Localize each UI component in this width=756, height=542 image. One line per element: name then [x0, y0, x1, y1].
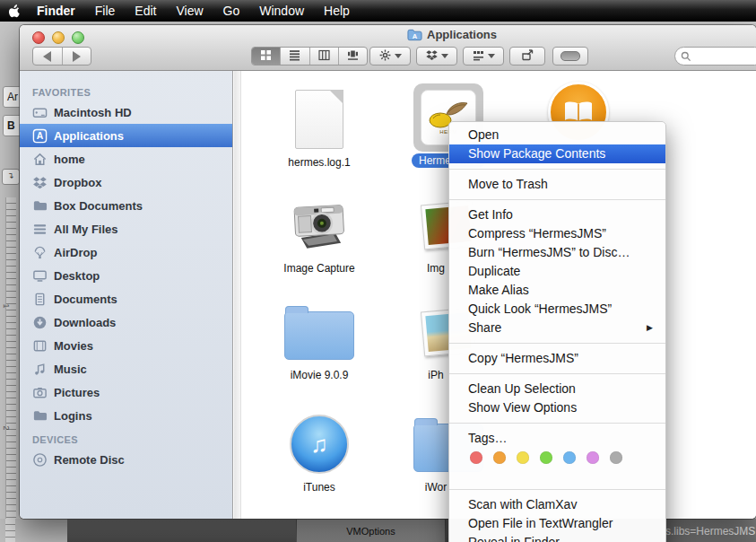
- sidebar-item-dropbox[interactable]: Dropbox: [20, 170, 232, 194]
- sidebar-item-desktop[interactable]: Desktop: [20, 264, 232, 287]
- applications-icon: A: [32, 128, 48, 144]
- menu-item-make-alias[interactable]: Make Alias: [449, 281, 665, 300]
- file-icon-area: [295, 85, 343, 153]
- dropbox-menu[interactable]: [416, 47, 457, 66]
- file-item-imovie-9-0-9[interactable]: iMovie 9.0.9: [261, 298, 378, 381]
- action-gear-menu[interactable]: [369, 47, 411, 66]
- file-label: iPh: [428, 369, 443, 381]
- menu-item-compress-hermesjms[interactable]: Compress “HermesJMS”: [449, 224, 665, 243]
- gear-icon: [379, 48, 391, 65]
- menu-item-scan-with-clamxav[interactable]: Scan with ClamXav: [449, 495, 665, 514]
- file-label-text: Img: [427, 262, 445, 275]
- list-view-button[interactable]: [281, 48, 309, 65]
- menu-item-quick-look-hermesjms[interactable]: Quick Look “HermesJMS”: [449, 300, 665, 319]
- tag-color-dot[interactable]: [610, 451, 622, 464]
- menu-item-move-to-trash[interactable]: Move to Trash: [449, 175, 665, 194]
- vmoptions-tab[interactable]: VMOptions: [296, 520, 446, 542]
- menubar-item-go[interactable]: Go: [213, 0, 250, 22]
- tag-color-dot[interactable]: [563, 451, 576, 464]
- sidebar-item-label: Pictures: [54, 386, 100, 399]
- search-field[interactable]: [674, 47, 756, 66]
- share-button[interactable]: [509, 47, 545, 66]
- menu-item-open-file-in-textwrangler[interactable]: Open File in TextWrangler: [449, 514, 665, 533]
- menu-item-show-package-contents[interactable]: Show Package Contents: [449, 144, 665, 163]
- coverflow-view-button[interactable]: [339, 48, 367, 65]
- menubar-item-help[interactable]: Help: [314, 0, 360, 22]
- menu-item-show-view-options[interactable]: Show View Options: [449, 398, 665, 417]
- share-icon: [521, 48, 534, 65]
- menu-item-share[interactable]: Share▶: [449, 319, 665, 337]
- tag-color-dot[interactable]: [540, 451, 552, 464]
- menu-item-label: Get Info: [468, 205, 513, 224]
- sidebar-item-remote-disc[interactable]: Remote Disc: [20, 448, 232, 471]
- sidebar-item-pictures[interactable]: Pictures: [20, 380, 232, 404]
- menu-item-copy-hermesjms[interactable]: Copy “HermesJMS”: [449, 349, 665, 368]
- file-item-image-capture[interactable]: Image Capture: [261, 191, 378, 275]
- menu-separator: [449, 343, 665, 344]
- sidebar-item-label: All My Files: [54, 223, 118, 236]
- tag-color-dot[interactable]: [493, 451, 506, 464]
- file-label: iTunes: [303, 481, 335, 494]
- menu-item-tags[interactable]: Tags…: [449, 429, 665, 448]
- menu-item-get-info[interactable]: Get Info: [449, 205, 665, 224]
- sidebar-item-logins[interactable]: Logins: [20, 404, 232, 427]
- menu-item-burn-hermesjms-to-disc[interactable]: Burn “HermesJMS” to Disc…: [449, 243, 665, 262]
- coverflow-view-icon: [347, 48, 359, 65]
- bg-vertical-ruler: [5, 197, 16, 542]
- titlebar[interactable]: A Applications: [20, 25, 756, 71]
- forward-button[interactable]: [63, 48, 91, 65]
- sidebar-item-applications[interactable]: AApplications: [20, 124, 232, 147]
- view-mode-buttons: [251, 47, 368, 66]
- column-view-button[interactable]: [310, 48, 339, 65]
- tag-color-dot[interactable]: [470, 451, 482, 464]
- sidebar-item-movies[interactable]: Movies: [20, 334, 232, 357]
- file-item-itunes[interactable]: ♫iTunes: [261, 410, 378, 494]
- screen: { "menubar": { "apple_icon": "apple-logo…: [0, 0, 756, 542]
- sidebar-item-documents[interactable]: Documents: [20, 287, 232, 310]
- dropbox-icon: [32, 175, 48, 190]
- icon-view-button[interactable]: [252, 48, 281, 65]
- menu-item-reveal-in-finder[interactable]: Reveal in Finder: [449, 533, 665, 542]
- menu-item-label: Tags…: [468, 429, 508, 448]
- edit-tags-button[interactable]: [552, 47, 588, 66]
- menubar-item-window[interactable]: Window: [249, 0, 314, 22]
- menu-separator: [449, 489, 665, 490]
- sidebar-item-home[interactable]: home: [20, 147, 232, 170]
- hard-drive-icon: [32, 105, 48, 120]
- menubar-item-finder[interactable]: Finder: [27, 0, 85, 22]
- sidebar-item-label: Documents: [54, 293, 117, 306]
- zoom-button[interactable]: [72, 31, 84, 44]
- sidebar-item-all-my-files[interactable]: All My Files: [20, 217, 232, 240]
- applications-folder-icon: A: [407, 29, 422, 41]
- file-label-text: iMovie 9.0.9: [291, 369, 349, 381]
- minimize-button[interactable]: [52, 31, 65, 44]
- back-button[interactable]: [33, 48, 63, 65]
- close-button[interactable]: [32, 31, 45, 44]
- sidebar-item-box-documents[interactable]: Box Documents: [20, 194, 232, 217]
- sidebar-item-downloads[interactable]: Downloads: [20, 310, 232, 334]
- desktop-icon: [32, 268, 48, 284]
- background-app-strip: Ar B ↴ 123: [0, 22, 20, 542]
- search-input[interactable]: [695, 49, 752, 64]
- file-label: iWor: [425, 481, 447, 494]
- menu-item-open[interactable]: Open: [449, 126, 665, 144]
- window-title: A Applications: [407, 28, 497, 41]
- menu-item-clean-up-selection[interactable]: Clean Up Selection: [449, 380, 665, 398]
- apple-menu[interactable]: [0, 4, 27, 19]
- menubar-item-edit[interactable]: Edit: [125, 0, 166, 22]
- sidebar-item-label: Applications: [54, 129, 124, 143]
- file-item-hermes-log-1[interactable]: hermes.log.1: [261, 85, 378, 169]
- menubar-item-file[interactable]: File: [85, 0, 126, 22]
- sidebar-item-music[interactable]: Music: [20, 357, 232, 380]
- menu-item-label: Compress “HermesJMS”: [468, 224, 606, 243]
- menu-item-duplicate[interactable]: Duplicate: [449, 262, 665, 281]
- arrange-menu[interactable]: [463, 47, 504, 66]
- menubar-item-view[interactable]: View: [166, 0, 213, 22]
- sidebar-item-airdrop[interactable]: AirDrop: [20, 240, 232, 264]
- itunes-app-icon: ♫: [290, 415, 349, 474]
- file-icon-area: [288, 191, 351, 259]
- tag-color-dot[interactable]: [517, 451, 529, 464]
- sidebar-item-macintosh-hd[interactable]: Macintosh HD: [20, 101, 232, 124]
- menu-item-label: Reveal in Finder: [468, 533, 560, 542]
- tag-color-dot[interactable]: [587, 451, 599, 464]
